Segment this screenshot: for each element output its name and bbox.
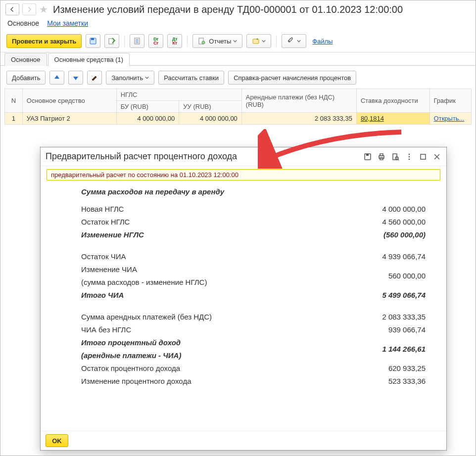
col-asset[interactable]: Основное средство (22, 89, 116, 113)
row-chia-no-ngls-label: ЧИА без НГЛС (81, 323, 131, 336)
dialog-save-icon[interactable] (363, 152, 372, 161)
row-rest-ngls-value: 4 560 000,00 (346, 216, 426, 228)
dialog-notice: предварительный расчет по состоянию на 0… (47, 169, 440, 181)
svg-rect-14 (380, 158, 383, 160)
dialog-preview-icon[interactable] (391, 152, 400, 161)
cell-asset[interactable]: УАЗ Патриот 2 (22, 113, 116, 125)
dialog-print-icon[interactable] (377, 152, 386, 161)
row-rest-chia-value: 4 939 066,74 (346, 250, 426, 263)
assets-table: N Основное средство НГЛС Арендные платеж… (4, 89, 472, 125)
row-total-income-sublabel: (арендные платежи - ЧИА) (81, 351, 181, 360)
row-change-chia-label: Изменение ЧИА (81, 265, 137, 274)
fill-dropdown[interactable]: Заполнить (106, 71, 154, 85)
open-schedule-link[interactable]: Открыть... (434, 115, 465, 122)
col-ngls[interactable]: НГЛС (116, 89, 241, 101)
reports-dropdown[interactable]: Отчеты (192, 34, 242, 48)
tab-assets[interactable]: Основные средства (1) (48, 53, 130, 66)
svg-point-18 (409, 153, 410, 155)
cell-uu[interactable]: 4 000 000,00 (179, 113, 242, 125)
row-rest-ngls-label: Остаток НГЛС (81, 216, 130, 228)
row-change-chia-value: 560 000,00 (346, 270, 426, 282)
row-new-ngls-label: Новая НГЛС (81, 203, 124, 216)
table-row[interactable]: 1 УАЗ Патриот 2 4 000 000,00 4 000 000,0… (5, 113, 472, 125)
svg-rect-9 (253, 39, 259, 44)
post-button[interactable] (104, 34, 119, 48)
attachments-dropdown[interactable] (282, 34, 306, 48)
dialog-ok-button[interactable]: OK (46, 434, 68, 447)
row-total-chia-value: 5 499 066,74 (346, 289, 426, 302)
col-rate[interactable]: Ставка доходности (356, 89, 429, 113)
cell-rate[interactable]: 80,1814 (356, 113, 429, 125)
row-rest-chia-label: Остаток ЧИА (81, 250, 126, 263)
page-title: Изменение условий передачи в аренду ТД00… (53, 4, 403, 15)
calculate-rates-button[interactable]: Рассчитать ставки (158, 71, 224, 85)
svg-line-17 (398, 159, 399, 160)
subnav-main[interactable]: Основное (7, 19, 39, 27)
svg-rect-13 (380, 154, 383, 156)
nav-forward-button (22, 3, 36, 15)
dr-cr-button[interactable]: DrCr (148, 34, 163, 48)
create-based-on-dropdown[interactable] (246, 34, 271, 48)
col-uu[interactable]: УУ (RUB) (179, 101, 242, 113)
row-total-income-value: 1 144 266,61 (346, 343, 426, 356)
report-section-title: Сумма расходов на передачу в аренду (81, 187, 426, 196)
svg-rect-21 (421, 154, 426, 159)
svg-point-8 (202, 41, 205, 44)
row-new-ngls-value: 4 000 000,00 (346, 203, 426, 216)
post-and-close-button[interactable]: Провести и закрыть (6, 34, 82, 48)
subnav-notes-link[interactable]: Мои заметки (47, 19, 88, 27)
svg-rect-11 (366, 154, 369, 156)
favorite-star-icon[interactable]: ★ (39, 4, 48, 14)
col-bu[interactable]: БУ (RUB) (116, 101, 179, 113)
move-down-button[interactable] (68, 71, 83, 85)
dialog-close-icon[interactable] (432, 152, 441, 161)
cell-n: 1 (5, 113, 23, 125)
col-n[interactable]: N (5, 89, 23, 113)
dialog-maximize-icon[interactable] (419, 152, 428, 161)
save-button[interactable] (86, 34, 100, 48)
add-row-button[interactable]: Добавить (6, 71, 46, 85)
row-rest-income-value: 620 933,25 (346, 362, 426, 375)
move-up-button[interactable] (49, 71, 64, 85)
row-change-income-value: 523 333,36 (346, 375, 426, 388)
cell-payments[interactable]: 2 083 333,35 (241, 113, 356, 125)
files-link[interactable]: Файлы (312, 38, 333, 45)
document-movements-button[interactable] (130, 34, 144, 48)
row-change-ngls-value: (560 000,00) (346, 228, 426, 241)
fill-tool-button[interactable] (87, 71, 102, 85)
col-schedule[interactable]: График (429, 89, 471, 113)
row-payments-value: 2 083 333,35 (346, 311, 426, 323)
dt-kt-button[interactable]: ДтКт (167, 34, 182, 48)
interest-report-button[interactable]: Справка-расчет начисления процентов (228, 71, 356, 85)
row-change-income-label: Изменение процентного дохода (81, 375, 191, 388)
row-payments-label: Сумма арендных платежей (без НДС) (81, 311, 212, 323)
svg-rect-1 (91, 38, 94, 40)
svg-point-19 (409, 156, 410, 157)
col-payments[interactable]: Арендные платежи (без НДС) (RUB) (241, 89, 356, 113)
nav-back-button[interactable] (5, 3, 19, 15)
dialog-more-icon[interactable] (405, 152, 414, 161)
row-change-ngls-label: Изменение НГЛС (81, 228, 144, 241)
row-rest-income-label: Остаток процентного дохода (81, 362, 180, 375)
row-total-chia-label: Итого ЧИА (81, 289, 124, 302)
preliminary-calc-dialog: Предварительный расчет процентного доход… (40, 147, 447, 451)
cell-bu[interactable]: 4 000 000,00 (116, 113, 179, 125)
cell-schedule[interactable]: Открыть... (429, 113, 471, 125)
tab-main[interactable]: Основное (4, 53, 47, 66)
svg-point-20 (409, 158, 410, 160)
dialog-title: Предварительный расчет процентного доход… (46, 151, 237, 162)
row-change-chia-sublabel: (сумма расходов - изменение НГЛС) (81, 278, 207, 286)
row-total-income-label: Итого процентный доход (81, 338, 181, 347)
row-chia-no-ngls-value: 939 066,74 (346, 323, 426, 336)
